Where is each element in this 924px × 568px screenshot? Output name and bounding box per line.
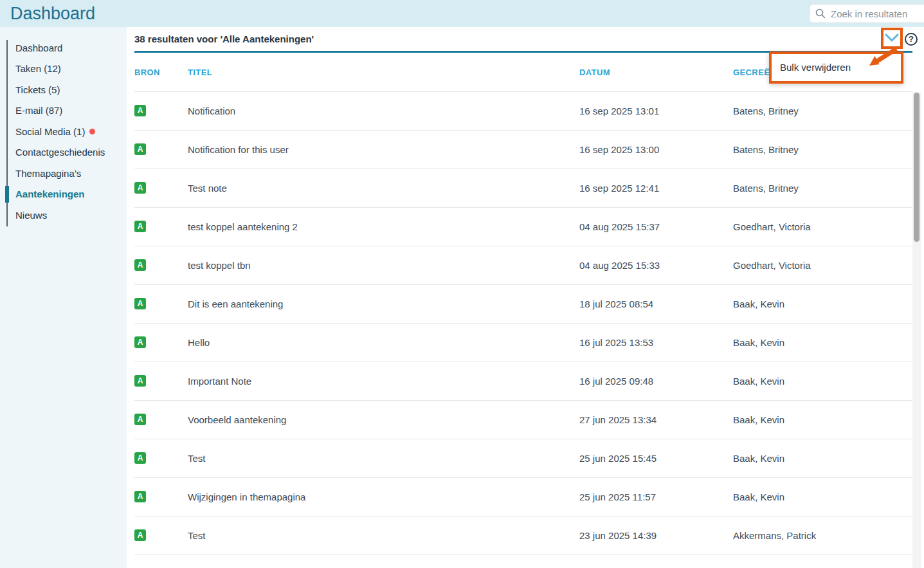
note-source-icon: A [134, 182, 146, 194]
table-row[interactable]: AImportant Note16 jul 2025 09:48Baak, Ke… [134, 362, 912, 401]
row-datum: 16 sep 2025 13:00 [579, 131, 659, 169]
note-source-icon: A [134, 336, 146, 348]
sidebar-item-aantekeningen[interactable]: Aantekeningen [0, 184, 127, 205]
row-gecreeerd-door: Baak, Kevin [733, 439, 784, 477]
menu-item-bulk-verwijderen[interactable]: Bulk verwijderen [772, 54, 901, 81]
row-titel: test koppel tbn [188, 246, 251, 284]
row-gecreeerd-door: Batens, Britney [733, 169, 799, 207]
row-gecreeerd-door: Baak, Kevin [733, 324, 784, 362]
results-table: ANotification16 sep 2025 13:01Batens, Br… [134, 92, 912, 555]
row-datum: 16 sep 2025 13:01 [579, 92, 659, 130]
row-gecreeerd-door: Batens, Britney [733, 92, 799, 130]
table-row[interactable]: ANotification16 sep 2025 13:01Batens, Br… [134, 92, 912, 131]
table-row[interactable]: Atest koppel tbn04 aug 2025 15:33Goedhar… [134, 246, 912, 285]
sidebar-item-tickets-5-[interactable]: Tickets (5) [0, 79, 127, 100]
row-titel: Important Note [188, 362, 251, 400]
row-datum: 18 jul 2025 08:54 [579, 285, 653, 323]
row-titel: Test [188, 517, 206, 554]
note-source-icon: A [134, 491, 146, 502]
sidebar-nav: DashboardTaken (12)Tickets (5)E-mail (87… [0, 37, 127, 226]
column-header-bron[interactable]: BRON [134, 53, 160, 92]
row-gecreeerd-door: Goedhart, Victoria [733, 246, 811, 284]
row-titel: Hello [188, 324, 210, 362]
note-source-icon: A [134, 452, 146, 464]
table-row[interactable]: ATest25 jun 2025 15:45Baak, Kevin [134, 439, 912, 478]
app-window: Dashboard DashboardTaken (12)Tickets (5)… [0, 0, 924, 568]
row-titel: Voorbeeld aantekening [188, 401, 286, 439]
sidebar-item-label: Themapagina’s [15, 168, 81, 179]
note-source-icon: A [134, 414, 146, 425]
row-datum: 04 aug 2025 15:37 [579, 208, 660, 246]
unread-dot [89, 129, 95, 134]
search-box[interactable] [809, 4, 924, 23]
table-row[interactable]: ANotification for this user16 sep 2025 1… [134, 131, 912, 169]
row-titel: Test note [188, 169, 227, 207]
search-icon [815, 8, 826, 19]
sidebar-item-label: Taken (12) [15, 63, 61, 74]
note-source-icon: A [134, 375, 146, 387]
table-row[interactable]: AVoorbeeld aantekening27 jun 2025 13:34B… [134, 401, 912, 439]
row-titel: Test [188, 439, 206, 477]
row-datum: 04 aug 2025 15:33 [579, 246, 660, 284]
search-input[interactable] [829, 8, 924, 20]
sidebar-item-label: Nieuws [15, 210, 47, 221]
sidebar-item-label: Social Media (1) [15, 126, 85, 137]
row-titel: Wijzigingen in themapagina [188, 478, 305, 516]
table-row[interactable]: ATest note16 sep 2025 12:41Batens, Britn… [134, 169, 912, 208]
table-row[interactable]: AHello16 jul 2025 13:53Baak, Kevin [134, 324, 912, 362]
row-datum: 16 jul 2025 13:53 [579, 324, 653, 362]
row-datum: 23 jun 2025 14:39 [579, 517, 657, 554]
page-title: Dashboard [10, 0, 95, 27]
sidebar-item-dashboard[interactable]: Dashboard [0, 37, 127, 59]
note-source-icon: A [134, 298, 146, 309]
sidebar-item-label: E-mail (87) [15, 105, 62, 116]
top-header-bar: Dashboard [0, 0, 924, 27]
row-datum: 27 jun 2025 13:34 [579, 401, 657, 439]
row-gecreeerd-door: Baak, Kevin [733, 285, 784, 323]
table-row[interactable]: Atest koppel aantekening 204 aug 2025 15… [134, 208, 912, 246]
row-gecreeerd-door: Batens, Britney [733, 131, 799, 169]
table-row[interactable]: ADit is een aantekening18 jul 2025 08:54… [134, 285, 912, 324]
row-datum: 25 jun 2025 15:45 [579, 439, 657, 477]
sidebar: DashboardTaken (12)Tickets (5)E-mail (87… [0, 27, 127, 568]
scrollbar-thumb[interactable] [914, 93, 919, 242]
sidebar-item-contactgeschiedenis[interactable]: Contactgeschiedenis [0, 142, 127, 163]
sidebar-item-label: Dashboard [15, 42, 62, 53]
row-gecreeerd-door: Baak, Kevin [733, 362, 784, 400]
help-icon[interactable]: ? [905, 33, 918, 46]
sidebar-item-themapagina-s[interactable]: Themapagina’s [0, 163, 127, 184]
sidebar-item-nieuws[interactable]: Nieuws [0, 205, 127, 226]
row-gecreeerd-door: Goedhart, Victoria [733, 208, 811, 246]
sidebar-item-label: Tickets (5) [15, 84, 60, 95]
sidebar-item-label: Aantekeningen [15, 188, 85, 199]
row-datum: 16 jul 2025 09:48 [579, 362, 653, 400]
column-header-datum[interactable]: DATUM [579, 53, 610, 92]
note-source-icon: A [134, 259, 146, 271]
row-datum: 16 sep 2025 12:41 [579, 169, 659, 207]
table-row[interactable]: ATest23 jun 2025 14:39Akkermans, Patrick [134, 517, 912, 555]
row-titel: Notification [188, 92, 235, 130]
row-datum: 25 jun 2025 11:57 [579, 478, 656, 516]
sidebar-item-taken-12-[interactable]: Taken (12) [0, 59, 127, 80]
column-header-titel[interactable]: TITEL [188, 53, 212, 92]
sidebar-item-e-mail-87-[interactable]: E-mail (87) [0, 100, 127, 122]
chevron-down-icon [885, 33, 899, 42]
row-gecreeerd-door: Baak, Kevin [733, 478, 784, 516]
sidebar-item-social-media-1-[interactable]: Social Media (1) [0, 121, 127, 142]
note-source-icon: A [134, 221, 146, 232]
row-titel: Notification for this user [188, 131, 289, 169]
note-source-icon: A [134, 105, 146, 116]
sidebar-item-label: Contactgeschiedenis [15, 147, 105, 158]
bulk-actions-menu: Bulk verwijderen [769, 51, 903, 84]
results-menu-button[interactable] [883, 30, 901, 46]
row-titel: Dit is een aantekening [188, 285, 283, 323]
table-row[interactable]: AWijzigingen in themapagina25 jun 2025 1… [134, 478, 912, 517]
row-gecreeerd-door: Baak, Kevin [733, 401, 784, 439]
note-source-icon: A [134, 529, 146, 541]
results-title: 38 resultaten voor 'Alle Aantekeningen' [134, 27, 314, 51]
row-titel: test koppel aantekening 2 [188, 208, 298, 246]
note-source-icon: A [134, 143, 146, 155]
row-gecreeerd-door: Akkermans, Patrick [733, 517, 816, 554]
